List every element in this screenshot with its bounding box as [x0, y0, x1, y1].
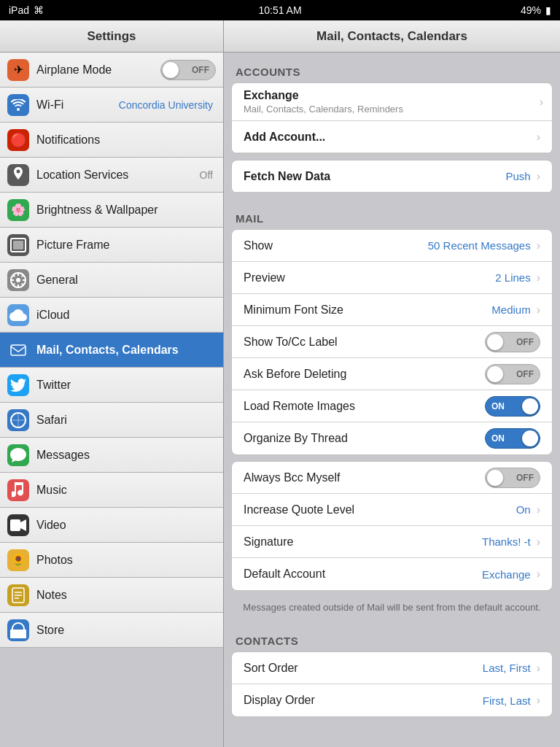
min-font-size-cell[interactable]: Minimum Font Size Medium › [232, 294, 552, 326]
sidebar-item-notes[interactable]: Notes [0, 578, 223, 613]
sidebar-label-wifi: Wi-Fi [36, 98, 119, 112]
main-content: ✈ Airplane Mode OFF Wi-Fi Concordia Univ… [0, 53, 560, 747]
exchange-label: Exchange [244, 89, 299, 104]
default-account-value: Exchange [482, 568, 531, 581]
sidebar-label-mail: Mail, Contacts, Calendars [36, 344, 216, 357]
sidebar-item-video[interactable]: Video [0, 508, 223, 543]
airplane-mode-toggle-label: OFF [192, 65, 209, 75]
location-services-icon [7, 164, 29, 186]
sidebar-item-photos[interactable]: 🌻 Photos [0, 543, 223, 578]
sidebar-label-messages: Messages [36, 449, 216, 462]
mail-table-2: Always Bcc Myself OFF Increase Quote Lev… [231, 461, 553, 591]
device-label: iPad [9, 4, 29, 16]
notes-icon [7, 584, 29, 606]
sidebar-item-store[interactable]: Store [0, 613, 223, 648]
icloud-icon [7, 304, 29, 326]
mail-section-header: Mail [224, 199, 560, 229]
sidebar-item-music[interactable]: Music [0, 473, 223, 508]
show-cell[interactable]: Show 50 Recent Messages › [232, 230, 552, 262]
sidebar-item-safari[interactable]: Safari [0, 403, 223, 438]
right-panel: Accounts Exchange Mail, Contacts, Calend… [224, 53, 560, 747]
svg-point-3 [16, 278, 20, 282]
sidebar-item-brightness[interactable]: 🌸 Brightness & Wallpaper [0, 193, 223, 228]
safari-icon [7, 409, 29, 431]
notifications-icon: 🔴 [7, 129, 29, 151]
display-order-cell[interactable]: Display Order First, Last › [232, 684, 552, 716]
always-bcc-toggle-label: OFF [516, 473, 534, 483]
min-font-size-value: Medium [491, 303, 530, 316]
accounts-table: Exchange Mail, Contacts, Calendars, Remi… [231, 82, 553, 154]
mail-footnote: Messages created outside of Mail will be… [224, 597, 560, 622]
sidebar-item-mail[interactable]: Mail, Contacts, Calendars [0, 333, 223, 368]
signature-value: Thanks! -t [482, 535, 531, 548]
preview-value: 2 Lines [495, 271, 530, 284]
fetch-new-data-chevron: › [537, 170, 540, 183]
messages-icon [7, 444, 29, 466]
brightness-icon: 🌸 [7, 199, 29, 221]
sidebar-label-video: Video [36, 519, 216, 532]
show-tocc-toggle[interactable]: OFF [485, 332, 540, 352]
default-account-chevron: › [537, 568, 540, 581]
sidebar-label-brightness: Brightness & Wallpaper [36, 204, 216, 217]
signature-cell[interactable]: Signature Thanks! -t › [232, 526, 552, 558]
sidebar-item-notifications[interactable]: 🔴 Notifications [0, 123, 223, 158]
load-remote-images-cell[interactable]: Load Remote Images ON [232, 390, 552, 422]
always-bcc-toggle[interactable]: OFF [485, 468, 540, 488]
min-font-size-chevron: › [537, 303, 540, 317]
wifi-sidebar-icon [7, 94, 29, 116]
contacts-section-header: Contacts [224, 622, 560, 651]
sidebar-label-airplane-mode: Airplane Mode [36, 63, 160, 77]
sidebar-item-airplane-mode[interactable]: ✈ Airplane Mode OFF [0, 53, 223, 88]
settings-title: Settings [87, 29, 136, 44]
increase-quote-chevron: › [537, 503, 540, 516]
wifi-value: Concordia University [119, 99, 213, 111]
detail-header: Mail, Contacts, Calendars [224, 29, 560, 44]
sidebar-label-icloud: iCloud [36, 309, 216, 322]
always-bcc-cell[interactable]: Always Bcc Myself OFF [232, 462, 552, 494]
load-remote-images-toggle[interactable]: ON [485, 396, 540, 417]
mail-table: Show 50 Recent Messages › Preview 2 Line… [231, 229, 553, 455]
status-bar: iPad ⌘ 10:51 AM 49% ▮ [0, 0, 560, 20]
add-account-cell[interactable]: Add Account... › [232, 121, 552, 153]
sidebar-item-messages[interactable]: Messages [0, 438, 223, 473]
show-chevron: › [537, 239, 540, 252]
increase-quote-value: On [516, 503, 531, 516]
fetch-table: Fetch New Data Push › [231, 160, 553, 193]
organize-by-thread-toggle[interactable]: ON [485, 428, 540, 449]
increase-quote-label: Increase Quote Level [244, 503, 516, 516]
fetch-new-data-cell[interactable]: Fetch New Data Push › [232, 160, 552, 193]
battery-label: 49% [521, 4, 541, 16]
preview-label: Preview [244, 271, 495, 285]
default-account-cell[interactable]: Default Account Exchange › [232, 558, 552, 590]
music-icon [7, 479, 29, 501]
battery-icon: ▮ [545, 4, 551, 16]
sidebar-item-general[interactable]: General [0, 263, 223, 298]
exchange-sublabel: Mail, Contacts, Calendars, Reminders [244, 104, 403, 115]
detail-title: Mail, Contacts, Calendars [316, 29, 467, 44]
sidebar-label-twitter: Twitter [36, 379, 216, 392]
sidebar-label-picture-frame: Picture Frame [36, 239, 216, 252]
always-bcc-label: Always Bcc Myself [244, 471, 485, 484]
sidebar-item-icloud[interactable]: iCloud [0, 298, 223, 333]
wifi-icon: ⌘ [34, 4, 44, 16]
status-left: iPad ⌘ [9, 4, 44, 16]
sidebar-item-location-services[interactable]: Location Services Off [0, 158, 223, 193]
sort-order-cell[interactable]: Sort Order Last, First › [232, 652, 552, 684]
sidebar-item-wifi[interactable]: Wi-Fi Concordia University [0, 88, 223, 123]
fetch-new-data-label: Fetch New Data [244, 170, 505, 183]
increase-quote-cell[interactable]: Increase Quote Level On › [232, 494, 552, 526]
exchange-cell[interactable]: Exchange Mail, Contacts, Calendars, Remi… [232, 83, 552, 121]
airplane-mode-toggle[interactable]: OFF [160, 60, 216, 80]
svg-marker-10 [20, 519, 26, 531]
video-icon [7, 514, 29, 536]
show-tocc-cell[interactable]: Show To/Cc Label OFF [232, 326, 552, 358]
organize-by-thread-cell[interactable]: Organize By Thread ON [232, 422, 552, 454]
ask-before-deleting-toggle[interactable]: OFF [485, 364, 540, 384]
header-bar: Settings Mail, Contacts, Calendars [0, 20, 560, 53]
ask-before-deleting-cell[interactable]: Ask Before Deleting OFF [232, 358, 552, 390]
preview-cell[interactable]: Preview 2 Lines › [232, 262, 552, 294]
sidebar-label-store: Store [36, 624, 216, 637]
general-icon [7, 269, 29, 291]
sidebar-item-picture-frame[interactable]: Picture Frame [0, 228, 223, 263]
sidebar-item-twitter[interactable]: Twitter [0, 368, 223, 403]
